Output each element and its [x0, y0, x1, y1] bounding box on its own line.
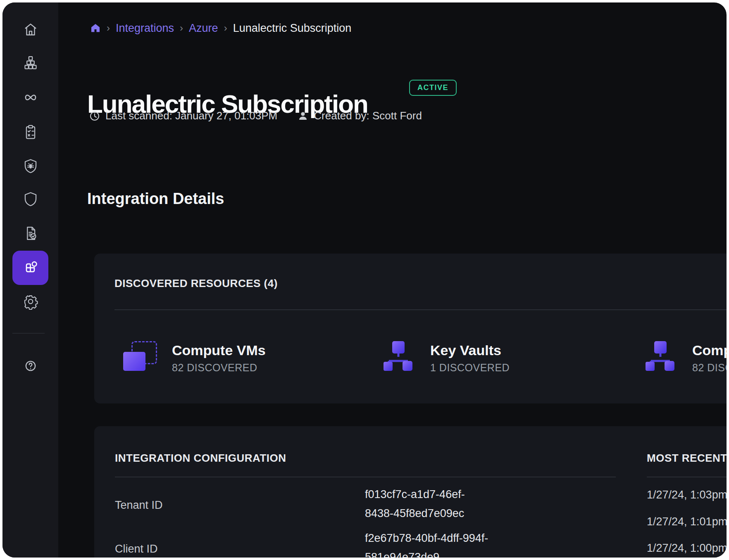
card-divider [115, 477, 616, 477]
breadcrumb-link-integrations[interactable]: Integrations [116, 22, 174, 35]
scan-timestamp: 1/27/24, 1:00pm [647, 539, 727, 558]
integration-configuration-card: INTEGRATION CONFIGURATION MOST RECENT Te… [94, 426, 727, 558]
app-window: › Integrations › Azure › Lunalectric Sub… [2, 2, 727, 558]
config-row-label: Client ID [115, 543, 158, 555]
integration-configuration-heading: INTEGRATION CONFIGURATION [115, 452, 286, 465]
resource-count: 1 DISCOVERED [430, 362, 510, 374]
clock-icon [89, 110, 100, 122]
resource-item-compute-vms[interactable]: Compute VMs 82 DISCOVERED [123, 341, 266, 374]
shield-bug-icon[interactable] [23, 158, 38, 174]
config-row-label: Tenant ID [115, 499, 163, 512]
help-icon[interactable] [24, 359, 38, 373]
user-icon [297, 110, 309, 122]
card-divider [647, 477, 727, 477]
breadcrumb-separator: › [180, 22, 183, 34]
breadcrumb: › Integrations › Azure › Lunalectric Sub… [90, 21, 351, 36]
settings-gear-icon[interactable] [22, 293, 39, 310]
breadcrumb-current-page: Lunalectric Subscription [233, 22, 352, 35]
breadcrumb-link-azure[interactable]: Azure [189, 22, 218, 35]
status-badge: ACTIVE [409, 80, 457, 96]
config-row-value: f2e67b78-40bf-4dff-994f- 581e94e73de9 [365, 529, 488, 558]
most-recent-heading: MOST RECENT [647, 452, 727, 465]
resource-count: 82 DISCOVERED [172, 362, 266, 374]
resource-count: 82 DISCOVERED [692, 362, 727, 374]
home-icon[interactable] [23, 22, 38, 38]
sidebar-item-integrations-active[interactable] [12, 251, 48, 285]
scan-timestamp: 1/27/24, 1:01pm [647, 512, 727, 531]
shield-icon[interactable] [23, 191, 38, 207]
resource-title: Key Vaults [430, 342, 510, 358]
discovered-resources-card: DISCOVERED RESOURCES (4) Compute VMs 82 … [94, 254, 727, 403]
resource-item-key-vaults[interactable]: Key Vaults 1 DISCOVERED [381, 341, 510, 374]
page-meta: Last scanned: January 27, 01:03PM Create… [89, 109, 422, 122]
breadcrumb-separator: › [107, 22, 110, 34]
last-scanned-text: Last scanned: January 27, 01:03PM [105, 109, 277, 122]
resource-item-compute-vms-2[interactable]: Compute VMs 82 DISCOVERED [643, 341, 727, 374]
sidebar [2, 2, 58, 558]
breadcrumb-separator: › [224, 22, 227, 34]
created-by-text: Created by: Scott Ford [314, 109, 422, 122]
vm-stack-icon [123, 341, 157, 371]
sidebar-divider [12, 333, 45, 334]
checklist-clipboard-icon[interactable] [23, 124, 38, 140]
infinity-icon[interactable] [23, 90, 38, 105]
scan-timestamp: 1/27/24, 1:03pm [647, 485, 727, 504]
resource-title: Compute VMs [692, 342, 727, 358]
main-content: › Integrations › Azure › Lunalectric Sub… [58, 2, 727, 558]
resource-title: Compute VMs [172, 342, 266, 358]
sitemap-icon [643, 341, 677, 371]
section-title: Integration Details [87, 190, 224, 208]
card-divider [114, 309, 727, 310]
sitemap-icon [381, 341, 415, 371]
config-row-value: f013cf7c-a1d7-46ef- 8438-45f8ed7e09ec [365, 485, 465, 523]
breadcrumb-home-icon[interactable] [90, 23, 101, 33]
discovered-resources-heading: DISCOVERED RESOURCES (4) [114, 277, 278, 290]
document-check-icon[interactable] [23, 225, 38, 241]
blocks-pyramid-icon[interactable] [23, 55, 38, 71]
integrations-grid-icon [22, 259, 39, 277]
